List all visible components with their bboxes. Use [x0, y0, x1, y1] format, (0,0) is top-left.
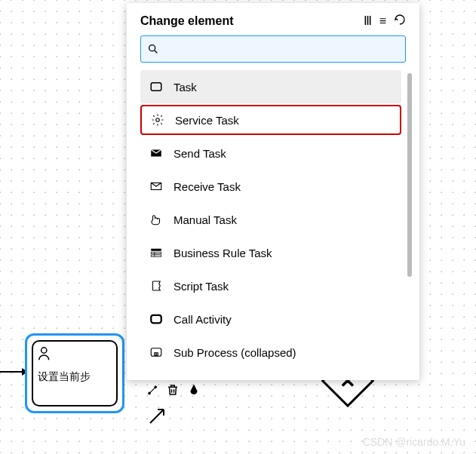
script-icon — [149, 279, 163, 293]
list-item-label: Script Task — [174, 280, 229, 293]
list-item-label: Call Activity — [174, 313, 232, 326]
incoming-flow-arrow — [0, 371, 27, 373]
list-item-send-task[interactable]: Send Task — [140, 137, 401, 170]
gear-icon — [151, 113, 164, 127]
svg-rect-2 — [151, 83, 161, 91]
svg-point-1 — [149, 45, 155, 51]
list-item-service-task[interactable]: Service Task — [140, 105, 401, 135]
search-icon — [147, 43, 159, 55]
list-item-manual-task[interactable]: Manual Task — [140, 203, 401, 236]
table-icon — [149, 246, 163, 259]
list-item-receive-task[interactable]: Receive Task — [140, 170, 401, 203]
popup-header: Change element Ⅲ ≡ — [127, 14, 419, 35]
wrench-icon[interactable] — [145, 383, 158, 400]
svg-rect-10 — [151, 315, 161, 324]
svg-point-0 — [41, 348, 47, 353]
refresh-icon[interactable] — [394, 14, 406, 28]
list-item-business-rule-task[interactable]: Business Rule Task — [140, 236, 401, 269]
list-item-label: Service Task — [175, 114, 239, 127]
svg-rect-7 — [151, 252, 161, 253]
user-icon — [38, 346, 54, 361]
list-icon[interactable]: ≡ — [379, 15, 386, 27]
list-item-label: Business Rule Task — [174, 247, 272, 259]
connect-arrow-icon[interactable] — [148, 407, 166, 425]
search-input[interactable] — [165, 43, 399, 55]
svg-rect-6 — [151, 249, 161, 251]
watermark: CSDN @ricardo.M.Yu — [363, 436, 465, 448]
list-item-sub-process[interactable]: Sub Process (collapsed) — [140, 336, 401, 369]
change-element-popup: Change element Ⅲ ≡ Task Servi — [127, 3, 419, 380]
subprocess-icon — [149, 345, 163, 359]
receive-icon — [149, 179, 163, 193]
user-task-node[interactable]: 设置当前步 — [25, 333, 124, 413]
trash-icon[interactable] — [166, 383, 180, 400]
hand-icon — [149, 213, 163, 226]
columns-icon[interactable]: Ⅲ — [364, 15, 372, 27]
element-list: Task Service Task Send Task Receive Task — [140, 70, 412, 369]
list-item-call-activity[interactable]: Call Activity — [140, 302, 401, 336]
task-node-label: 设置当前步 — [38, 370, 112, 384]
task-icon — [149, 80, 163, 94]
call-activity-icon — [149, 312, 163, 326]
search-box[interactable] — [140, 35, 406, 63]
element-list-wrap: Task Service Task Send Task Receive Task — [140, 70, 412, 371]
svg-point-3 — [156, 118, 160, 122]
list-item-label: Manual Task — [174, 213, 237, 226]
list-item-label: Send Task — [174, 147, 226, 160]
list-item-label: Receive Task — [174, 180, 241, 193]
view-mode-icons: Ⅲ ≡ — [364, 14, 406, 28]
send-icon — [149, 146, 163, 160]
context-toolbar — [145, 383, 201, 400]
color-icon[interactable] — [187, 383, 201, 400]
svg-rect-8 — [151, 255, 161, 256]
list-item-task[interactable]: Task — [140, 70, 401, 103]
list-item-label: Sub Process (collapsed) — [174, 346, 296, 359]
scrollbar[interactable] — [407, 73, 412, 277]
list-item-label: Task — [174, 81, 197, 94]
popup-title: Change element — [140, 14, 234, 28]
list-item-script-task[interactable]: Script Task — [140, 269, 401, 302]
task-node-inner: 设置当前步 — [32, 340, 118, 406]
